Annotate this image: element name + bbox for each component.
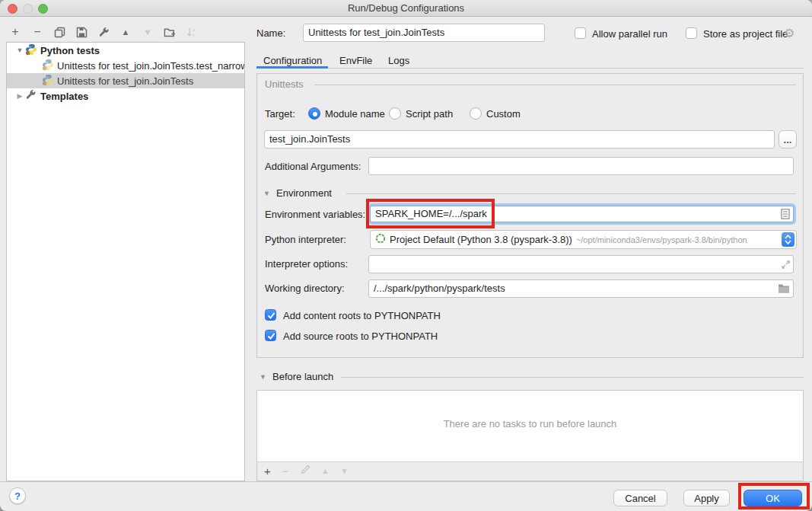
source-roots-label: Add source roots to PYTHONPATH	[283, 331, 438, 342]
before-launch-empty-text: There are no tasks to run before launch	[257, 418, 803, 430]
environment-variables-label: Environment variables:	[265, 209, 365, 220]
target-script-path-label: Script path	[406, 108, 453, 120]
environment-collapse-icon[interactable]: ▼	[263, 190, 270, 197]
move-down-icon: ▼	[142, 26, 154, 38]
before-launch-tasks-panel: There are no tasks to run before launch …	[256, 390, 804, 481]
before-launch-toolbar: + − ▲ ▼	[264, 464, 348, 477]
store-as-project-file-checkbox[interactable]	[686, 27, 697, 39]
run-debug-configurations-dialog: Run/Debug Configurations + − ▲ ▼ az ▼ Py	[0, 0, 812, 511]
create-folder-icon[interactable]	[164, 26, 176, 38]
tab-logs[interactable]: Logs	[388, 55, 409, 66]
add-configuration-icon[interactable]: +	[9, 26, 21, 38]
unittest-icon	[42, 59, 54, 73]
tree-item-python-tests[interactable]: ▼ Python tests	[7, 43, 244, 58]
cancel-button[interactable]: Cancel	[613, 490, 667, 506]
python-interpreter-label: Python interpreter:	[265, 234, 346, 245]
folder-icon[interactable]	[778, 283, 790, 296]
unittests-group-title: Unittests	[265, 78, 304, 90]
python-interpreter-select[interactable]: Project Default (Python 3.8 (pyspark-3.8…	[370, 230, 797, 249]
remove-task-icon: −	[282, 465, 289, 477]
tree-item-label: Unittests for test_join.JoinTests.test_n…	[57, 60, 244, 72]
move-task-up-icon: ▲	[322, 467, 330, 475]
save-configuration-icon[interactable]	[75, 26, 88, 38]
interpreter-options-input[interactable]	[368, 255, 794, 273]
additional-arguments-input[interactable]	[368, 157, 794, 175]
move-up-icon[interactable]: ▲	[119, 26, 132, 38]
python-interpreter-path: ~/opt/miniconda3/envs/pyspark-3.8/bin/py…	[576, 235, 747, 244]
store-as-project-file-label: Store as project file	[703, 28, 788, 40]
before-launch-collapse-icon[interactable]: ▼	[260, 373, 266, 381]
tree-item-label: Templates	[40, 91, 88, 102]
env-vars-browse-icon[interactable]	[781, 209, 790, 222]
before-launch-header[interactable]: Before launch	[272, 371, 333, 382]
svg-text:z: z	[193, 33, 195, 37]
tab-strip-divider	[256, 68, 804, 69]
edit-templates-icon[interactable]	[97, 26, 110, 38]
working-directory-input[interactable]: /.../spark/python/pyspark/tests	[368, 279, 794, 298]
content-roots-label: Add content roots to PYTHONPATH	[283, 310, 441, 321]
name-label: Name:	[256, 27, 285, 39]
configurations-toolbar: + − ▲ ▼ az	[9, 24, 198, 40]
help-button[interactable]: ?	[9, 487, 26, 504]
python-interpreter-value: Project Default (Python 3.8 (pyspark-3.8…	[390, 234, 572, 245]
tree-item-templates[interactable]: ▶ Templates	[7, 88, 244, 104]
sort-configurations-icon: az	[186, 26, 198, 38]
copy-configuration-icon[interactable]	[53, 26, 65, 38]
expand-field-icon[interactable]	[781, 259, 791, 273]
configurations-tree: ▼ Python tests Unittests for test_join.J…	[6, 42, 245, 481]
svg-text:a: a	[193, 27, 196, 32]
wrench-icon	[25, 89, 37, 103]
move-task-down-icon: ▼	[340, 467, 348, 475]
name-input[interactable]: Unittests for test_join.JoinTests	[303, 24, 545, 42]
python-tests-icon	[25, 43, 37, 58]
tab-envfile[interactable]: EnvFile	[339, 55, 372, 66]
before-launch-rule	[341, 377, 804, 378]
content-roots-checkbox[interactable]	[265, 309, 276, 321]
tree-item-jointests-selected[interactable]: Unittests for test_join.JoinTests	[7, 73, 244, 88]
target-label: Target:	[265, 108, 295, 120]
active-tab-underline	[256, 66, 328, 69]
allow-parallel-run-checkbox[interactable]	[575, 27, 586, 39]
window-title: Run/Debug Configurations	[0, 2, 812, 14]
working-directory-label: Working directory:	[265, 283, 345, 294]
annotation-box-env-vars	[366, 199, 495, 228]
interpreter-options-label: Interpreter options:	[265, 258, 348, 270]
annotation-box-ok-button	[738, 483, 810, 509]
source-roots-checkbox[interactable]	[265, 330, 276, 341]
target-module-name-radio[interactable]	[308, 107, 320, 120]
select-stepper-icon[interactable]	[782, 232, 794, 247]
browse-target-button[interactable]: ...	[779, 130, 797, 149]
target-script-path-radio[interactable]	[389, 107, 401, 120]
tab-configuration[interactable]: Configuration	[263, 55, 322, 66]
tree-item-test-narrow[interactable]: Unittests for test_join.JoinTests.test_n…	[7, 58, 244, 73]
remove-configuration-icon[interactable]: −	[31, 26, 43, 38]
footer-divider	[0, 481, 812, 482]
conda-env-icon	[375, 233, 386, 247]
environment-section-rule	[346, 193, 796, 194]
additional-arguments-label: Additional Arguments:	[265, 161, 361, 172]
unittest-icon	[42, 74, 54, 88]
environment-section-header[interactable]: Environment	[276, 187, 332, 199]
tree-item-label: Unittests for test_join.JoinTests	[57, 75, 193, 87]
edit-task-icon	[301, 464, 310, 477]
gear-icon[interactable]: ⚙	[784, 26, 794, 40]
unittests-group-rule	[314, 85, 796, 85]
target-input[interactable]: test_join.JoinTests	[264, 130, 775, 149]
add-task-icon[interactable]: +	[264, 465, 271, 477]
title-bar: Run/Debug Configurations	[0, 0, 812, 17]
allow-parallel-run-label: Allow parallel run	[592, 28, 667, 40]
target-custom-radio[interactable]	[470, 107, 482, 120]
chevron-down-icon[interactable]: ▼	[14, 46, 25, 54]
chevron-right-icon[interactable]: ▶	[14, 92, 25, 100]
tree-item-label: Python tests	[40, 45, 100, 56]
apply-button[interactable]: Apply	[683, 490, 730, 506]
target-module-name-label: Module name	[325, 108, 385, 120]
target-custom-label: Custom	[486, 108, 521, 120]
